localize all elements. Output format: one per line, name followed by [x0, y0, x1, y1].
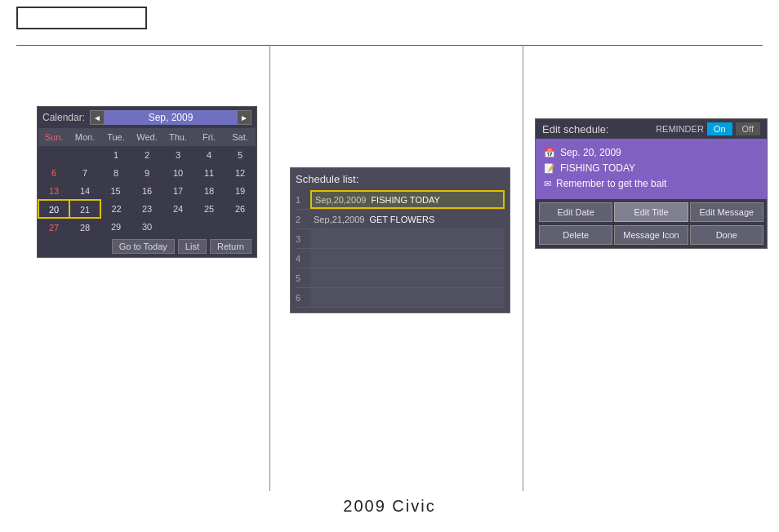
schedule-list-item[interactable]: 2Sep,21,2009GET FLOWERS [296, 210, 505, 229]
cal-weekday-thu: Thu. [162, 128, 194, 146]
calendar-day[interactable]: 5 [225, 146, 256, 164]
vertical-divider-right [523, 45, 523, 491]
cal-weekday-sat: Sat. [225, 128, 256, 146]
edit-message-btn[interactable]: Edit Message [690, 202, 763, 222]
edit-schedule-buttons-row1: Edit Date Edit Title Edit Message [536, 199, 767, 225]
edit-info-box: 📅 Sep. 20, 2009 📝 FISHING TODAY ✉ Rememb… [536, 139, 767, 199]
done-btn[interactable]: Done [690, 225, 763, 245]
cal-weekday-wed: Wed. [131, 128, 162, 146]
footer-text: 2009 Civic [0, 497, 779, 516]
calendar-day[interactable]: 6 [38, 164, 69, 182]
reminder-on-btn[interactable]: On [707, 122, 732, 135]
calendar-day [38, 146, 69, 164]
schedule-row-number: 3 [296, 234, 310, 244]
schedule-row-number: 6 [296, 293, 310, 303]
calendar-day[interactable]: 15 [100, 182, 131, 200]
calendar-day[interactable]: 25 [194, 200, 225, 218]
schedule-row-content [310, 268, 505, 287]
calendar-next-btn[interactable]: ► [237, 110, 252, 125]
reminder-label: REMINDER [656, 124, 704, 134]
calendar-day[interactable]: 3 [162, 146, 194, 164]
schedule-row-number: 2 [296, 215, 310, 224]
calendar-day[interactable]: 4 [194, 146, 225, 164]
edit-info-message: Remember to get the bait [556, 176, 666, 192]
cal-weekday-mon: Mon. [69, 128, 100, 146]
top-bar [16, 7, 147, 29]
calendar-day[interactable]: 11 [194, 164, 225, 182]
schedule-row-content[interactable]: Sep,21,2009GET FLOWERS [310, 210, 505, 228]
calendar-day[interactable]: 7 [69, 164, 100, 182]
cal-weekday-tue: Tue. [100, 128, 131, 146]
edit-info-title: FISHING TODAY [560, 161, 635, 176]
calendar-day[interactable]: 27 [38, 218, 69, 236]
calendar-label: Calendar: [42, 112, 85, 123]
edit-schedule-buttons-row2: Delete Message Icon Done [536, 225, 767, 248]
calendar-day[interactable]: 24 [162, 200, 194, 218]
edit-info-line-1: 📅 Sep. 20, 2009 [544, 145, 759, 161]
calendar-day [162, 218, 194, 236]
schedule-list-item: 4 [296, 249, 505, 268]
cal-weekday-sun: Sun. [38, 128, 69, 146]
schedule-text: GET FLOWERS [369, 215, 434, 224]
schedule-list-item: 3 [296, 229, 505, 249]
calendar-day[interactable]: 28 [69, 218, 100, 236]
calendar-day[interactable]: 17 [162, 182, 194, 200]
calendar-day[interactable]: 20 [38, 200, 69, 218]
calendar-month-year: Sep, 2009 [105, 110, 237, 125]
horizontal-divider [16, 45, 763, 46]
schedule-row-number: 5 [296, 273, 310, 283]
schedule-list-item[interactable]: 1Sep,20,2009FISHING TODAY [296, 190, 505, 210]
schedule-row-content [310, 229, 505, 248]
calendar-day[interactable]: 14 [69, 182, 100, 200]
calendar-day[interactable]: 19 [225, 182, 256, 200]
reminder-off-btn[interactable]: Off [736, 122, 760, 135]
calendar-day[interactable]: 8 [100, 164, 131, 182]
edit-title-btn[interactable]: Edit Title [614, 202, 688, 222]
calendar-day[interactable]: 13 [38, 182, 69, 200]
calendar-day[interactable]: 16 [131, 182, 162, 200]
calendar-header: Calendar: ◄ Sep, 2009 ► [38, 107, 256, 128]
delete-btn[interactable]: Delete [539, 225, 612, 245]
edit-info-date: Sep. 20, 2009 [560, 145, 621, 161]
schedule-row-number: 1 [296, 195, 310, 205]
message-icon-btn[interactable]: Message Icon [614, 225, 688, 245]
calendar-day [225, 218, 256, 236]
calendar-day [194, 218, 225, 236]
go-to-today-btn[interactable]: Go to Today [112, 239, 175, 254]
edit-schedule-widget: Edit schedule: REMINDER On Off 📅 Sep. 20… [535, 118, 768, 249]
calendar-day[interactable]: 29 [100, 218, 131, 236]
edit-info-line-2: 📝 FISHING TODAY [544, 161, 759, 176]
calendar-day[interactable]: 30 [131, 218, 162, 236]
calendar-day[interactable]: 22 [100, 200, 131, 218]
schedule-row-number: 4 [296, 254, 310, 264]
calendar-day[interactable]: 21 [69, 200, 100, 218]
schedule-list-item: 6 [296, 288, 505, 308]
edit-date-btn[interactable]: Edit Date [539, 202, 612, 222]
calendar-day[interactable]: 2 [131, 146, 162, 164]
schedule-list-title: Schedule list: [296, 173, 505, 185]
calendar-day[interactable]: 12 [225, 164, 256, 182]
schedule-row-content [310, 249, 505, 268]
calendar-day [69, 146, 100, 164]
schedule-row-content [310, 288, 505, 307]
schedule-text: FISHING TODAY [371, 195, 439, 205]
calendar-day[interactable]: 26 [225, 200, 256, 218]
calendar-prev-btn[interactable]: ◄ [90, 110, 105, 125]
edit-info-line-3: ✉ Remember to get the bait [544, 176, 759, 192]
schedule-date: Sep,21,2009 [314, 215, 364, 224]
schedule-row-content[interactable]: Sep,20,2009FISHING TODAY [310, 190, 505, 209]
calendar-day[interactable]: 1 [100, 146, 131, 164]
vertical-divider-left [269, 45, 270, 491]
calendar-day[interactable]: 10 [162, 164, 194, 182]
calendar-footer: Go to Today List Return [38, 236, 256, 257]
calendar-widget: Calendar: ◄ Sep, 2009 ► Sun. Mon. Tue. W… [37, 106, 257, 258]
list-btn[interactable]: List [178, 239, 207, 254]
schedule-date: Sep,20,2009 [315, 195, 366, 205]
edit-schedule-header: Edit schedule: REMINDER On Off [536, 119, 767, 139]
calendar-day[interactable]: 9 [131, 164, 162, 182]
calendar-day[interactable]: 18 [194, 182, 225, 200]
schedule-list-item: 5 [296, 268, 505, 288]
schedule-list-widget: Schedule list: 1Sep,20,2009FISHING TODAY… [290, 167, 510, 313]
return-btn[interactable]: Return [210, 239, 252, 254]
calendar-day[interactable]: 23 [131, 200, 162, 218]
